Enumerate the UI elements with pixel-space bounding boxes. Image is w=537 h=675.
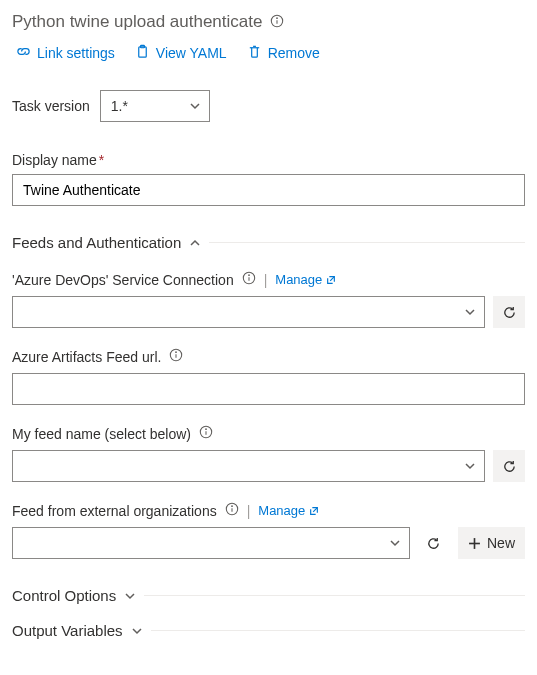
external-feed-select[interactable] [12,527,410,559]
feed-url-input[interactable] [12,373,525,405]
divider [209,242,525,243]
section-feeds-label: Feeds and Authentication [12,234,181,251]
trash-icon [247,44,262,62]
plus-icon [468,537,481,550]
manage-label: Manage [275,272,322,287]
svg-point-2 [277,17,278,18]
svg-point-10 [176,352,177,353]
divider [151,630,525,631]
svg-point-13 [206,429,207,430]
svg-point-16 [231,506,232,507]
info-icon[interactable] [169,348,183,365]
task-version-select[interactable]: 1.* [100,90,210,122]
chevron-down-icon [131,625,143,637]
external-link-icon [326,275,336,285]
page-title: Python twine upload authenticate [12,12,262,32]
display-name-label: Display name [12,152,97,168]
new-label: New [487,535,515,551]
info-icon[interactable] [199,425,213,442]
refresh-service-connection-button[interactable] [493,296,525,328]
view-yaml-button[interactable]: View YAML [135,44,227,62]
section-output-variables[interactable]: Output Variables [12,622,525,639]
svg-point-7 [248,275,249,276]
clipboard-icon [135,44,150,62]
feed-name-select[interactable] [12,450,485,482]
refresh-external-feed-button[interactable] [418,527,450,559]
remove-label: Remove [268,45,320,61]
refresh-icon [502,305,517,320]
chevron-down-icon [464,460,476,472]
required-marker: * [99,152,104,168]
divider [144,595,525,596]
info-icon[interactable] [225,502,239,519]
manage-external-feed-link[interactable]: Manage [258,503,319,518]
chevron-down-icon [124,590,136,602]
display-name-input[interactable] [12,174,525,206]
task-version-value: 1.* [111,98,128,114]
separator: | [247,503,251,519]
external-link-icon [309,506,319,516]
task-version-label: Task version [12,98,90,114]
remove-button[interactable]: Remove [247,44,320,62]
command-bar: Link settings View YAML Remove [12,40,525,76]
chevron-down-icon [189,100,201,112]
refresh-icon [502,459,517,474]
view-yaml-label: View YAML [156,45,227,61]
service-connection-label: 'Azure DevOps' Service Connection [12,272,234,288]
section-feeds-auth[interactable]: Feeds and Authentication [12,234,525,251]
info-icon[interactable] [270,14,284,31]
section-control-options[interactable]: Control Options [12,587,525,604]
info-icon[interactable] [242,271,256,288]
refresh-feed-name-button[interactable] [493,450,525,482]
feed-url-label: Azure Artifacts Feed url. [12,349,161,365]
chevron-up-icon [189,237,201,249]
chevron-down-icon [389,537,401,549]
new-external-feed-button[interactable]: New [458,527,525,559]
link-settings-button[interactable]: Link settings [16,44,115,62]
link-icon [16,44,31,62]
section-output-label: Output Variables [12,622,123,639]
manage-service-connection-link[interactable]: Manage [275,272,336,287]
service-connection-select[interactable] [12,296,485,328]
chevron-down-icon [464,306,476,318]
separator: | [264,272,268,288]
refresh-icon [426,536,441,551]
external-feed-label: Feed from external organizations [12,503,217,519]
link-settings-label: Link settings [37,45,115,61]
feed-name-label: My feed name (select below) [12,426,191,442]
manage-label: Manage [258,503,305,518]
section-control-label: Control Options [12,587,116,604]
